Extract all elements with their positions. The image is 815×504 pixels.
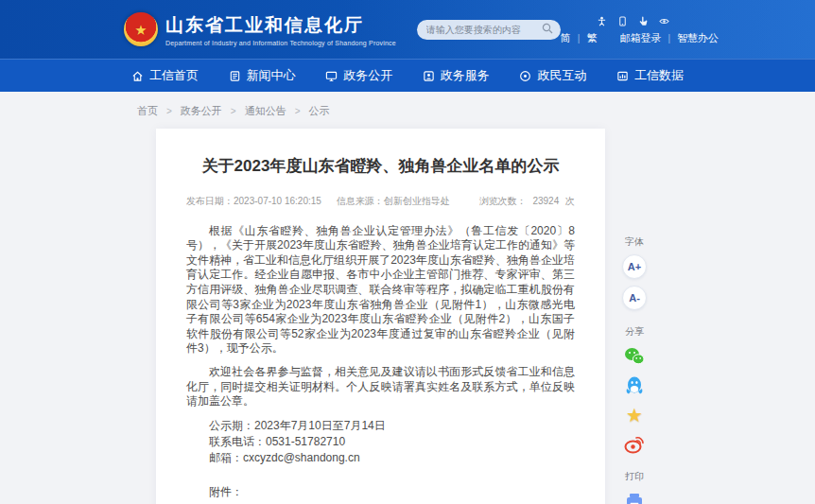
qzone-share-button[interactable]: ★	[622, 403, 647, 427]
breadcrumb-current: 公示	[309, 104, 330, 118]
site-header: ★ 山东省工业和信息化厅 Department of Industry and …	[0, 0, 815, 59]
search-icon[interactable]	[542, 21, 553, 38]
source-label: 信息来源：	[337, 195, 384, 208]
qq-icon	[623, 374, 646, 397]
nav-item-disclosure[interactable]: 政务公开	[325, 67, 392, 84]
article-meta: 发布日期： 2023-07-10 16:20:15 信息来源： 创新创业指导处 …	[186, 195, 575, 208]
monitor-icon	[325, 70, 338, 82]
accessibility-toolbar	[597, 16, 719, 26]
nav-item-interaction[interactable]: 政民互动	[519, 67, 586, 84]
paragraph: 根据《山东省瞪羚、独角兽企业认定管理办法》（鲁工信发〔2020〕8号），《关于开…	[186, 224, 575, 356]
interaction-icon	[519, 70, 531, 82]
share-label: 分享	[625, 325, 644, 339]
publish-date-label: 发布日期：	[186, 195, 234, 208]
lang-traditional-link[interactable]: 繁	[586, 31, 597, 45]
breadcrumb-separator: >	[231, 106, 236, 116]
nav-item-news[interactable]: 新闻中心	[229, 67, 296, 84]
breadcrumb-home[interactable]: 首页	[137, 104, 158, 118]
weibo-icon	[623, 433, 646, 456]
main-nav: 工信首页 新闻中心 政务公开 政务服务 政民互动 工信数据	[0, 59, 815, 92]
publish-date: 2023-07-10 16:20:15	[234, 196, 321, 206]
qq-share-button[interactable]	[622, 374, 647, 398]
article-title: 关于2023年度山东省瞪羚、独角兽企业名单的公示	[186, 155, 575, 179]
home-icon	[131, 70, 144, 82]
source-value: 创新创业指导处	[384, 195, 450, 208]
breadcrumb: 首页 > 政务公开 > 通知公告 > 公示	[124, 92, 691, 129]
contact-email: 邮箱：cxcyzdc@shandong.cn	[186, 450, 575, 466]
nav-item-services[interactable]: 政务服务	[423, 67, 490, 84]
public-notice-period: 公示期：2023年7月10日至7月14日	[186, 418, 575, 434]
print-label: 打印	[625, 470, 644, 483]
article-body: 根据《山东省瞪羚、独角兽企业认定管理办法》（鲁工信发〔2020〕8号），《关于开…	[186, 224, 575, 409]
hand-pointer-icon[interactable]	[638, 16, 649, 26]
breadcrumb-separator: >	[295, 106, 301, 116]
font-size-label: 字体	[625, 235, 644, 249]
news-icon	[229, 70, 241, 82]
printer-icon	[624, 491, 645, 504]
font-increase-button[interactable]: A+	[622, 254, 647, 279]
breadcrumb-disclosure[interactable]: 政务公开	[181, 104, 222, 118]
attachments-section: 附件： 附件1：2023年独角兽企业评审拟通过企业汇总表 附件2：2023年瞪羚…	[186, 484, 575, 504]
divider: |	[668, 33, 670, 43]
breadcrumb-separator: >	[166, 106, 172, 116]
nav-item-data[interactable]: 工信数据	[616, 67, 684, 84]
eye-icon[interactable]	[659, 16, 669, 26]
data-icon	[616, 70, 629, 82]
service-icon	[423, 70, 435, 82]
smart-office-link[interactable]: 智慧办公	[677, 31, 719, 45]
lang-simplified-link[interactable]: 简	[561, 31, 571, 45]
side-toolbar: 字体 A+ A- 分享 ★ 打印	[617, 129, 651, 504]
qzone-star-icon: ★	[626, 406, 643, 425]
contact-info: 公示期：2023年7月10日至7月14日 联系电话：0531-51782710 …	[186, 418, 575, 466]
search-input[interactable]	[426, 25, 542, 35]
wechat-icon	[623, 345, 646, 368]
site-title: 山东省工业和信息化厅	[165, 13, 396, 38]
mail-login-link[interactable]: 邮箱登录	[619, 31, 661, 45]
divider: |	[578, 33, 581, 43]
search-box	[417, 20, 561, 40]
contact-phone: 联系电话：0531-51782710	[186, 434, 575, 450]
site-logo-link[interactable]: ★ 山东省工业和信息化厅 Department of Industry and …	[124, 12, 396, 46]
accessibility-icon[interactable]	[597, 16, 607, 26]
site-subtitle: Department of Industry and Information T…	[165, 40, 396, 46]
weibo-share-button[interactable]	[622, 432, 647, 457]
print-button[interactable]	[622, 489, 647, 504]
views-number: 23924	[532, 196, 559, 206]
attachments-label: 附件：	[186, 484, 575, 500]
wechat-share-button[interactable]	[622, 344, 647, 369]
mobile-icon[interactable]	[617, 16, 628, 26]
national-emblem-icon: ★	[124, 12, 158, 46]
font-decrease-button[interactable]: A-	[622, 286, 647, 310]
breadcrumb-notices[interactable]: 通知公告	[245, 104, 286, 118]
paragraph: 欢迎社会各界参与监督，相关意见及建议请以书面形式反馈省工业和信息化厅，同时提交相…	[186, 365, 575, 409]
views-counter: 浏览次数： 23924 次	[479, 195, 575, 208]
article-card: 关于2023年度山东省瞪羚、独角兽企业名单的公示 发布日期： 2023-07-1…	[156, 129, 605, 504]
nav-item-home[interactable]: 工信首页	[131, 67, 199, 84]
